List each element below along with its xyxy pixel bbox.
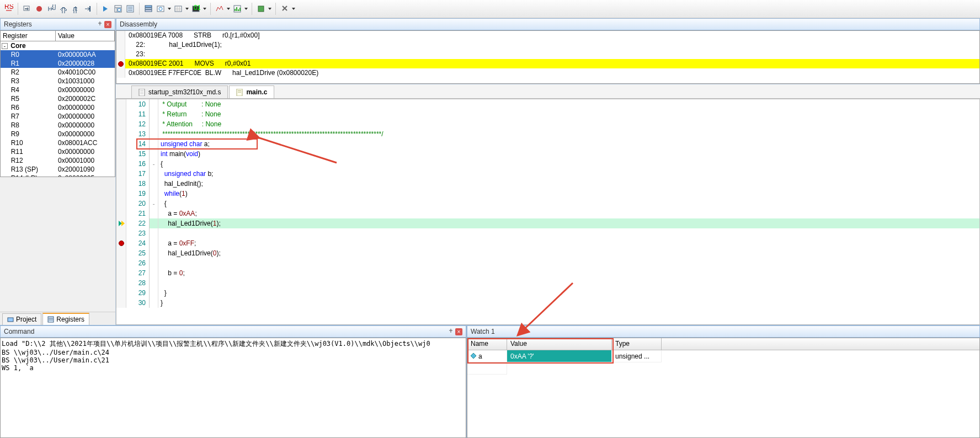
disasm-line[interactable]: 22: hal_Led1Drive(1); <box>116 40 979 50</box>
serial-window-button[interactable]: 011 <box>190 3 201 14</box>
code-editor[interactable]: 10 * Output : None 11 * Return : None 12… <box>116 99 980 325</box>
register-row[interactable]: R6 0x00000000 <box>1 103 115 112</box>
watch-row[interactable]: a 0xAA '?' unsigned ... <box>467 350 979 362</box>
code-line[interactable]: 23 <box>116 228 979 238</box>
stop-button[interactable] <box>34 3 45 14</box>
register-row[interactable]: R3 0x10031000 <box>1 77 115 86</box>
trace-dropdown[interactable] <box>244 4 248 13</box>
svg-text:{}: {} <box>73 6 77 13</box>
code-line[interactable]: 14 unsigned char a; <box>116 139 979 149</box>
svg-rect-19 <box>258 6 264 12</box>
call-stack-button[interactable] <box>143 3 154 14</box>
pin-icon[interactable] <box>448 329 454 334</box>
tab-startup[interactable]: startup_stm32f10x_md.s <box>131 86 228 98</box>
code-line[interactable]: 12 * Attention : None <box>116 119 979 129</box>
disasm-line[interactable]: 0x080019EA 7008 STRB r0,[r1,#0x00] <box>116 31 979 40</box>
watch-table[interactable]: Name Value Type a 0xAA '?' unsigned ... <box>467 338 980 438</box>
serial-dropdown[interactable] <box>203 4 207 13</box>
pin-icon[interactable] <box>97 22 103 27</box>
registers-window-button[interactable] <box>125 3 136 14</box>
current-line-icon <box>118 220 125 227</box>
disasm-line[interactable]: 0x080019EE F7FEFC0E BL.W hal_Led1Drive (… <box>116 68 979 78</box>
editor-tabs: startup_stm32f10x_md.s main.c <box>116 84 980 99</box>
breakpoint-icon[interactable] <box>119 241 124 246</box>
code-line[interactable]: 27 b = 0; <box>116 268 979 278</box>
registers-header: Register Value <box>0 30 115 41</box>
code-line[interactable]: 13 *************************************… <box>116 129 979 139</box>
code-line[interactable]: 17 unsigned char b; <box>116 169 979 179</box>
system-viewer-button[interactable] <box>255 3 267 14</box>
code-line[interactable]: 21 a = 0xAA; <box>116 209 979 218</box>
step-button[interactable]: {} <box>46 3 57 14</box>
watch-dropdown[interactable] <box>167 4 172 13</box>
code-line[interactable]: 11 * Return : None <box>116 109 979 119</box>
code-line[interactable]: 30 } <box>116 298 979 308</box>
memory-dropdown[interactable] <box>185 4 189 13</box>
disasm-line[interactable]: 23: <box>116 50 979 59</box>
close-icon[interactable]: × <box>455 328 462 335</box>
step-over-button[interactable]: {} <box>58 3 69 14</box>
project-tab[interactable]: Project <box>2 313 41 325</box>
register-row[interactable]: R11 0x00000000 <box>1 147 115 156</box>
show-next-button[interactable] <box>100 3 111 14</box>
disasm-line[interactable]: 0x080019EC 2001 MOVS r0,#0x01 <box>116 59 979 68</box>
watch-add-row[interactable] <box>467 362 979 375</box>
memory-window-button[interactable] <box>173 3 184 14</box>
register-row[interactable]: R12 0x00001000 <box>1 156 115 165</box>
disassembly-window-button[interactable] <box>113 3 124 14</box>
tab-main-c[interactable]: main.c <box>229 86 274 98</box>
code-line[interactable]: 20 - { <box>116 199 979 209</box>
system-viewer-dropdown[interactable] <box>268 4 272 13</box>
code-line[interactable]: 18 hal_LedInit(); <box>116 179 979 189</box>
svg-rect-15 <box>175 6 182 12</box>
register-row[interactable]: R1 0x20000028 <box>1 59 115 68</box>
run-button[interactable] <box>22 3 33 14</box>
registers-title: Registers × <box>0 18 115 30</box>
toolbox-button[interactable] <box>279 3 290 14</box>
svg-text:{}: {} <box>52 4 56 10</box>
watch-col-type: Type <box>612 338 662 350</box>
register-row[interactable]: R7 0x00000000 <box>1 112 115 121</box>
register-row[interactable]: R8 0x00000000 <box>1 121 115 130</box>
register-row[interactable]: R10 0x08001ACC <box>1 138 115 147</box>
watch-title: Watch 1 <box>467 325 980 338</box>
reset-button[interactable]: RST <box>3 3 14 14</box>
run-to-cursor-button[interactable] <box>82 3 93 14</box>
register-row[interactable]: R2 0x40010C00 <box>1 68 115 77</box>
svg-rect-21 <box>48 317 54 322</box>
breakpoint-icon[interactable] <box>118 61 124 67</box>
trace-button[interactable] <box>232 3 243 14</box>
code-line[interactable]: 29 } <box>116 288 979 298</box>
disassembly-view[interactable]: 0x080019EA 7008 STRB r0,[r1,#0x00] 22: h… <box>116 30 980 84</box>
code-line[interactable]: 22 hal_Led1Drive(1); <box>116 218 979 228</box>
svg-text:011: 011 <box>194 4 200 12</box>
step-out-button[interactable]: {} <box>70 3 81 14</box>
register-row[interactable]: R4 0x00000000 <box>1 86 115 94</box>
registers-tab[interactable]: Registers <box>42 313 89 325</box>
code-line[interactable]: 26 <box>116 258 979 268</box>
code-line[interactable]: 28 <box>116 278 979 288</box>
svg-rect-20 <box>8 318 13 322</box>
command-output[interactable]: Load "D:\\2 其他\\2021年项目\\单片机培训\\项目\\报警主机… <box>0 338 466 438</box>
toolbox-dropdown[interactable] <box>291 4 296 13</box>
watch-window-button[interactable] <box>155 3 166 14</box>
code-line[interactable]: 25 hal_Led1Drive(0); <box>116 248 979 258</box>
analyzer-dropdown[interactable] <box>226 4 231 13</box>
code-line[interactable]: 24 a = 0xFF; <box>116 238 979 248</box>
analyzer-button[interactable] <box>214 3 225 14</box>
svg-rect-12 <box>145 10 152 12</box>
register-row[interactable]: R9 0x00000000 <box>1 130 115 138</box>
register-row[interactable]: R0 0x000000AA <box>1 50 115 59</box>
code-line[interactable]: 19 while(1) <box>116 189 979 199</box>
watch-col-name: Name <box>467 338 507 350</box>
code-line[interactable]: 10 * Output : None <box>116 99 979 109</box>
svg-point-8 <box>118 8 121 12</box>
register-row[interactable]: R5 0x2000002C <box>1 94 115 103</box>
registers-tree[interactable]: - Core R0 0x000000AA R1 0x20000028 R2 0x… <box>0 41 115 177</box>
svg-rect-6 <box>89 6 90 12</box>
code-line[interactable]: 15 int main(void) <box>116 149 979 159</box>
code-line[interactable]: 16 - { <box>116 159 979 169</box>
register-row[interactable]: R13 (SP) 0x20001090 <box>1 165 115 174</box>
close-icon[interactable]: × <box>104 21 111 28</box>
svg-rect-10 <box>145 6 152 7</box>
